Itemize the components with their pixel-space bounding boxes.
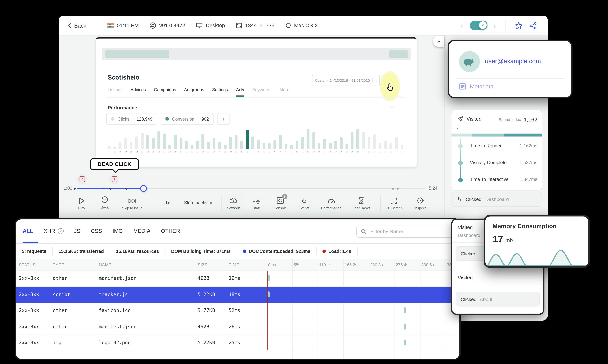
network-tab-all[interactable]: ALL (23, 228, 33, 234)
metric-dot-icon (458, 144, 463, 149)
performance-panel-button[interactable]: Performance (321, 197, 341, 210)
network-request-row[interactable]: 2xx-3xxotherfavicon.ico3.77KB52ms (16, 303, 459, 319)
visited-path: / (457, 125, 459, 130)
avatar (459, 51, 480, 72)
network-tab-xhr[interactable]: XHR? (44, 228, 64, 234)
timeline-event-dot[interactable] (397, 188, 399, 190)
console-panel-button[interactable]: 3 Console (274, 197, 287, 210)
event-type[interactable]: Visited (458, 275, 473, 280)
next-session-button[interactable]: › (493, 22, 496, 29)
tab-label: XHR (44, 228, 55, 234)
autoplay-toggle[interactable]: ✓ (470, 21, 487, 30)
help-icon[interactable]: ? (58, 228, 64, 234)
back-10s-button[interactable]: 10 Back (101, 196, 109, 209)
site-tab-listings[interactable]: Listings (108, 87, 123, 97)
network-request-row[interactable]: 2xx-3xxothermanifest.json492B26ms (16, 319, 459, 335)
prev-session-button[interactable]: ‹ (460, 22, 463, 29)
site-tab-settings[interactable]: Settings (212, 87, 228, 97)
site-title: Scotisheio (108, 74, 139, 81)
chart-bar (273, 140, 276, 149)
chart-x-label: 26 (383, 151, 388, 153)
issue-marker-pin[interactable]: i (77, 174, 87, 184)
network-tab-css[interactable]: CSS (91, 228, 102, 234)
full-screen-button[interactable]: Full Screen (385, 197, 403, 210)
card-more-icon[interactable]: ⋯ (389, 104, 395, 110)
network-tab-other[interactable]: OTHER (161, 228, 180, 234)
network-tab-media[interactable]: MEDIA (133, 228, 151, 234)
metadata-button[interactable]: Metadata (459, 83, 493, 90)
collapse-sidebar-button[interactable]: » (433, 36, 444, 47)
chart-bar (251, 136, 254, 149)
date-range-select[interactable]: Custom: 14/12/2019 - 21/01/2020 ⌄ (312, 75, 380, 85)
timeline-playhead[interactable] (140, 185, 147, 192)
chart-x-label: 9 (289, 151, 294, 153)
play-button[interactable]: Play (78, 197, 85, 210)
long-tasks-panel-button[interactable]: Long Tasks (352, 197, 370, 210)
state-panel-button[interactable]: State (253, 197, 261, 210)
network-stat: 15.18KB: resources (110, 247, 165, 255)
filter-search[interactable] (356, 225, 453, 238)
cell-name: logo192.png (99, 340, 131, 346)
svg-text:10: 10 (103, 199, 106, 201)
replay-viewport: Scotisheio Custom: 14/12/2019 - 21/01/20… (95, 37, 417, 168)
network-tab-img[interactable]: IMG (113, 228, 123, 234)
skip-inactivity-button[interactable]: Skip Inactivity (184, 200, 212, 205)
timeline-track[interactable] (144, 188, 425, 189)
column-header-type[interactable]: TYPE (53, 262, 64, 267)
filter-input[interactable] (370, 228, 449, 235)
column-header-time[interactable]: TIME (229, 262, 239, 267)
issue-marker-pin[interactable]: i (109, 174, 119, 184)
back-button[interactable]: Back (59, 22, 95, 29)
site-tab-more[interactable]: More (279, 87, 289, 97)
chart-bar (257, 140, 260, 149)
site-tab-advices[interactable]: Advices (130, 87, 146, 97)
site-tab-ad-groups[interactable]: Ad groups (184, 87, 204, 97)
column-header-size[interactable]: SIZE (198, 262, 208, 267)
network-request-row[interactable]: 2xx-3xximglogo192.png5.22KB25ms (16, 335, 459, 351)
chevron-left-icon (68, 23, 71, 28)
inspect-button[interactable]: Inspect (414, 197, 426, 210)
issue-info-icon: i (112, 176, 117, 182)
network-tab-js[interactable]: JS (74, 228, 80, 234)
chart-bar (124, 138, 127, 149)
issue-info-icon: i (79, 176, 85, 182)
network-request-row[interactable]: 2xx-3xxothermanifest.json492B19ms (16, 271, 459, 287)
timeline-event-dot[interactable] (125, 188, 127, 190)
timeline-event-dot[interactable] (392, 188, 394, 190)
network-request-row[interactable]: 2xx-3xxscripttracker.js5.22KB18ms (16, 287, 459, 303)
clicked-dashboard-event[interactable]: Clicked Dashboard (451, 192, 542, 207)
undo-10-icon: 10 (101, 196, 109, 204)
dead-click-label: DEAD CLICK (98, 161, 131, 167)
network-panel-button[interactable]: Network (223, 194, 244, 212)
chart-bar (141, 133, 143, 149)
visited-event-card[interactable]: Visited Speed Index 1,162 / Time to Rend… (451, 110, 542, 191)
metric-conversion[interactable]: Conversion 902 (161, 113, 213, 125)
tab-label: ALL (23, 228, 33, 234)
chart-x-label: 22 (361, 151, 366, 153)
events-panel-button[interactable]: Events (299, 197, 310, 210)
column-header-status[interactable]: STATUS (19, 262, 36, 267)
chart-bar (191, 145, 193, 149)
cell-status: 2xx-3xx (19, 291, 39, 297)
speed-button[interactable]: 1x (165, 200, 170, 205)
waterfall-bar (404, 308, 406, 313)
skip-forward-icon (128, 197, 137, 204)
site-tab-keywords[interactable]: Keywords (252, 87, 272, 97)
user-email[interactable]: user@example.com (485, 57, 541, 65)
metric-clicks[interactable]: Clicks 123,949 (106, 113, 157, 125)
skip-to-issue-button[interactable]: Skip to Issue (122, 197, 142, 210)
chrome-icon (150, 22, 156, 29)
chart-bar (135, 136, 138, 149)
site-tab-campaigns[interactable]: Campaigns (154, 87, 176, 97)
column-header-name[interactable]: NAME (99, 262, 112, 267)
favorite-star-icon[interactable] (515, 22, 523, 29)
metadata-doc-icon (459, 83, 466, 90)
site-tab-ads[interactable]: Ads (236, 87, 244, 97)
event-type[interactable]: Visited (458, 224, 473, 230)
add-metric-button[interactable]: + (217, 113, 230, 125)
share-icon[interactable] (529, 22, 537, 29)
play-icon (78, 197, 85, 204)
timeline-event-dot[interactable] (109, 188, 111, 190)
clicked-about-event[interactable]: Clicked About (456, 292, 540, 307)
timeline-event-dot[interactable] (74, 188, 76, 190)
